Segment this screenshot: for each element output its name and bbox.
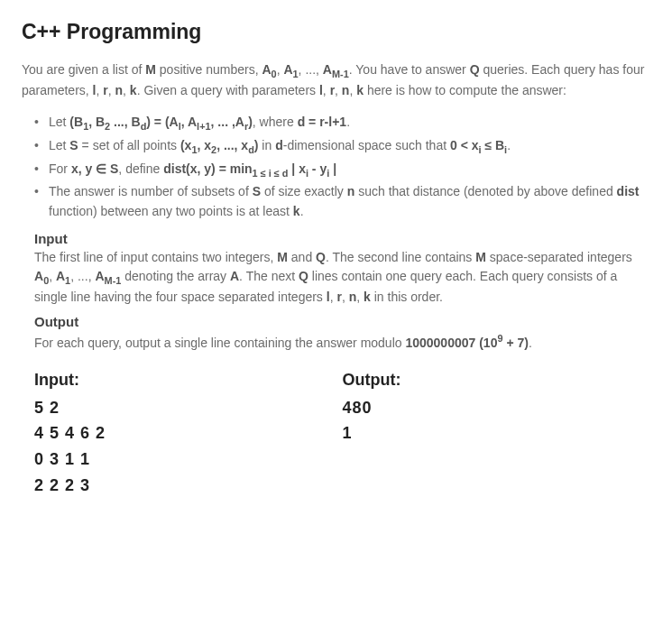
sample-io: Input: 5 2 4 5 4 6 2 0 3 1 1 2 2 2 3 Out… <box>22 371 650 499</box>
input-heading: Input <box>22 231 650 246</box>
sample-input-label: Input: <box>34 371 343 390</box>
sample-input-column: Input: 5 2 4 5 4 6 2 0 3 1 1 2 2 2 3 <box>34 371 343 499</box>
bullet-item: The answer is number of subsets of S of … <box>38 182 650 221</box>
bullet-list: Let (B1, B2 ..., Bd) = (Al, Al+1, ... ,A… <box>22 113 650 222</box>
sample-input-line: 5 2 <box>34 395 343 421</box>
bullet-item: Let S = set of all points (x1, x2, ..., … <box>38 136 650 158</box>
sample-input-line: 2 2 2 3 <box>34 473 343 499</box>
input-description: The first line of input contains two int… <box>22 248 650 307</box>
sample-output-column: Output: 480 1 <box>343 371 651 499</box>
output-description: For each query, output a single line con… <box>22 331 650 353</box>
page-title: C++ Programming <box>22 20 650 44</box>
sample-input-line: 0 3 1 1 <box>34 446 343 473</box>
sample-output-line: 480 <box>343 395 651 421</box>
bullet-item: For x, y ∈ S, define dist(x, y) = min1 ≤… <box>38 160 650 181</box>
intro-paragraph: You are given a list of M positive numbe… <box>22 60 650 100</box>
sample-output-line: 1 <box>343 420 651 446</box>
sample-input-line: 4 5 4 6 2 <box>34 420 343 446</box>
output-heading: Output <box>22 314 650 329</box>
bullet-item: Let (B1, B2 ..., Bd) = (Al, Al+1, ... ,A… <box>38 113 650 134</box>
sample-output-label: Output: <box>343 371 651 390</box>
